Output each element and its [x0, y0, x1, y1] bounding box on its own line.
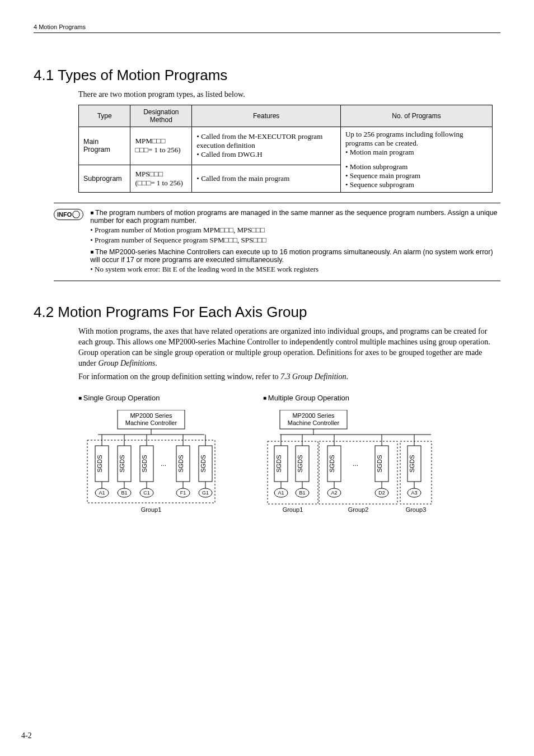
th-type: Type — [79, 105, 130, 127]
svg-text:F1: F1 — [180, 490, 186, 496]
section-4-2-title: 4.2 Motion Programs For Each Axis Group — [34, 304, 500, 321]
program-types-table: Type Designation Method Features No. of … — [78, 105, 493, 193]
svg-text:SGDS: SGDS — [96, 455, 103, 473]
svg-text:B1: B1 — [299, 490, 305, 496]
info-b1-sub1: Program number of Motion program MPM□□□,… — [90, 226, 500, 235]
info-b2-sub1: No system work error: Bit E of the leadi… — [90, 265, 500, 274]
td-sub-desig: MPS□□□ (□□□= 1 to 256) — [130, 165, 192, 192]
svg-text:B1: B1 — [121, 490, 127, 496]
th-features: Features — [192, 105, 341, 127]
td-sub-features: • Called from the main program — [192, 165, 341, 192]
multiple-group-diagram: Multiple Group Operation MP2000 Series M… — [263, 394, 448, 522]
svg-text:G1: G1 — [202, 490, 209, 496]
desig-l1: MPM□□□ — [135, 137, 165, 145]
multiple-group-svg: MP2000 Series Machine Controller SGDSA1S… — [263, 410, 448, 522]
td-sub-type: Subprogram — [79, 165, 130, 192]
svg-text:A1: A1 — [99, 490, 105, 496]
svg-text:Group1: Group1 — [283, 506, 303, 513]
svg-text:...: ... — [353, 460, 358, 468]
svg-text:Machine Controller: Machine Controller — [288, 419, 340, 426]
single-group-title: Single Group Operation — [78, 394, 224, 402]
programs-top: Up to 256 programs including following p… — [345, 130, 463, 147]
svg-text:MP2000 Series: MP2000 Series — [292, 412, 335, 419]
svg-text:SGDS: SGDS — [200, 455, 207, 473]
svg-text:Machine Controller: Machine Controller — [125, 419, 177, 426]
svg-text:SGDS: SGDS — [376, 455, 383, 473]
svg-text:SGDS: SGDS — [119, 455, 125, 473]
info-icon: INFO — [54, 209, 83, 275]
th-designation: Designation Method — [130, 105, 192, 127]
info-b1-sub2: Program number of Sequence program SPM□□… — [90, 236, 500, 245]
programs-main: • Motion main program — [345, 148, 414, 156]
single-group-svg: MP2000 Series Machine Controller Group1 … — [78, 410, 224, 522]
svg-text:SGDS: SGDS — [275, 455, 282, 473]
info-b2: The MP2000-series Machine Controllers ca… — [90, 248, 500, 264]
section-4-2-p1: With motion programs, the axes that have… — [78, 326, 500, 369]
svg-text:SGDS: SGDS — [141, 455, 148, 473]
section-4-2-p2: For information on the group definition … — [78, 372, 500, 382]
svg-text:SGDS: SGDS — [177, 455, 184, 473]
desig-sub-l2: (□□□= 1 to 256) — [135, 179, 182, 187]
td-main-desig: MPM□□□ □□□= 1 to 256) — [130, 127, 192, 165]
svg-text:A3: A3 — [411, 490, 417, 496]
svg-rect-5 — [87, 440, 215, 503]
page-number: 4-2 — [21, 731, 32, 740]
info-label: INFO — [57, 211, 72, 218]
diagram-row: Single Group Operation MP2000 Series Mac… — [78, 394, 500, 522]
svg-text:A2: A2 — [331, 490, 337, 496]
svg-text:SGDS: SGDS — [409, 455, 415, 473]
programs-sub: • Motion subprogram • Sequence main prog… — [341, 160, 492, 192]
td-main-type: Main Program — [79, 127, 130, 165]
td-main-features: • Called from the M-EXECUTOR program exe… — [192, 127, 341, 165]
page-header: 4 Motion Programs — [34, 24, 500, 33]
desig-l2: □□□= 1 to 256) — [135, 146, 180, 154]
desig-sub-l1: MPS□□□ — [135, 170, 163, 178]
svg-text:...: ... — [161, 460, 166, 468]
info-b1: The program numbers of motion programs a… — [90, 209, 500, 225]
single-group-diagram: Single Group Operation MP2000 Series Mac… — [78, 394, 224, 522]
info-block: INFO The program numbers of motion progr… — [54, 203, 500, 281]
th-programs: No. of Programs — [340, 105, 492, 127]
svg-text:Group1: Group1 — [141, 506, 162, 513]
multiple-group-title: Multiple Group Operation — [263, 394, 448, 402]
svg-text:Group2: Group2 — [348, 506, 369, 513]
info-content: The program numbers of motion programs a… — [90, 208, 500, 275]
svg-text:Group3: Group3 — [406, 506, 427, 513]
section-4-1-intro: There are two motion program types, as l… — [78, 90, 500, 100]
td-programs: Up to 256 programs including following p… — [340, 127, 492, 192]
svg-text:A1: A1 — [278, 490, 284, 496]
section-4-1-title: 4.1 Types of Motion Programs — [34, 67, 500, 84]
svg-text:D2: D2 — [378, 490, 385, 496]
svg-text:MP2000 Series: MP2000 Series — [130, 412, 172, 419]
svg-text:SGDS: SGDS — [329, 455, 335, 473]
svg-text:C1: C1 — [143, 490, 150, 496]
svg-text:SGDS: SGDS — [297, 455, 303, 473]
